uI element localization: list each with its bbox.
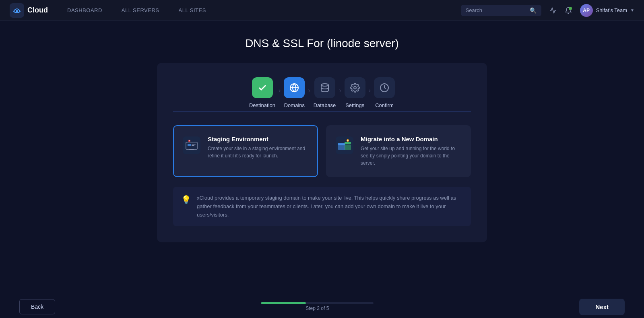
bottom-bar: Back Step 2 of 5 Next: [0, 295, 644, 318]
step-sep-4: ›: [365, 77, 374, 94]
svg-rect-10: [192, 144, 196, 145]
new-domain-title: Migrate into a New Domain: [361, 136, 462, 142]
step-destination[interactable]: Destination: [249, 77, 275, 108]
svg-rect-9: [188, 144, 191, 146]
svg-rect-16: [338, 143, 345, 145]
back-button[interactable]: Back: [19, 299, 55, 314]
step-sep-2: ›: [305, 77, 313, 94]
svg-rect-11: [192, 145, 194, 146]
step-database-icon: [314, 77, 335, 98]
step-destination-label: Destination: [249, 102, 275, 108]
main-content: DNS & SSL For (linode server) Destinatio…: [0, 21, 644, 242]
option-cards: Staging Environment Create your site in …: [173, 125, 471, 177]
new-domain-content: Migrate into a New Domain Get your site …: [361, 136, 462, 167]
svg-rect-15: [338, 145, 345, 150]
bell-icon[interactable]: [565, 7, 572, 14]
step-domains[interactable]: Domains: [284, 77, 305, 108]
svg-rect-7: [183, 136, 200, 154]
step-sep-3: ›: [336, 77, 344, 94]
step-destination-icon: [252, 77, 273, 98]
nav-all-sites[interactable]: ALL SITES: [179, 7, 206, 13]
svg-point-5: [354, 87, 356, 89]
logo-text: Cloud: [27, 6, 48, 14]
step-confirm-label: Confirm: [375, 102, 394, 108]
staging-content: Staging Environment Create your site in …: [208, 136, 309, 159]
nav-dashboard[interactable]: DASHBOARD: [67, 7, 102, 13]
step-settings[interactable]: Settings: [345, 77, 365, 108]
svg-rect-12: [189, 149, 194, 150]
user-name: Shifat's Team: [596, 7, 627, 13]
activity-icon[interactable]: [549, 7, 557, 14]
step-confirm[interactable]: Confirm: [374, 77, 395, 108]
avatar: AP: [580, 4, 593, 17]
staging-title: Staging Environment: [208, 136, 309, 142]
step-sep-1: ›: [275, 77, 284, 94]
chevron-down-icon: ▼: [630, 8, 634, 12]
new-domain-description: Get your site up and running for the wor…: [361, 145, 462, 167]
info-text: xCloud provides a temporary staging doma…: [197, 194, 463, 219]
bell-notification-dot: [569, 7, 572, 10]
step-domains-label: Domains: [284, 102, 305, 108]
user-menu[interactable]: AP Shifat's Team ▼: [580, 4, 634, 17]
option-staging[interactable]: Staging Environment Create your site in …: [173, 125, 318, 177]
step-confirm-icon: [374, 77, 395, 98]
wizard-card: Destination › Domains ›: [157, 63, 487, 242]
next-button[interactable]: Next: [579, 299, 625, 315]
svg-point-4: [321, 84, 328, 86]
step-settings-icon: [345, 77, 365, 98]
step-database[interactable]: Database: [314, 77, 336, 108]
page-title: DNS & SSL For (linode server): [245, 37, 399, 50]
nav-all-servers[interactable]: ALL SERVERS: [122, 7, 159, 13]
progress-bar-track: [261, 302, 374, 304]
search-input[interactable]: [466, 7, 526, 13]
step-database-label: Database: [314, 102, 336, 108]
svg-rect-18: [345, 145, 351, 150]
navbar-right: 🔍 AP Shifat's Team ▼: [461, 4, 634, 17]
step-settings-label: Settings: [345, 102, 364, 108]
staging-icon: [182, 136, 201, 155]
info-box: 💡 xCloud provides a temporary staging do…: [173, 187, 471, 226]
staging-description: Create your site in a staging environmen…: [208, 145, 309, 159]
search-icon: 🔍: [530, 7, 537, 14]
info-icon: 💡: [181, 195, 191, 204]
svg-rect-17: [345, 142, 351, 144]
wizard-steps: Destination › Domains ›: [173, 77, 471, 108]
search-box[interactable]: 🔍: [461, 5, 541, 16]
progress-bar-fill: [261, 302, 306, 304]
step-domains-icon: [284, 77, 305, 98]
option-new-domain[interactable]: Migrate into a New Domain Get your site …: [326, 125, 471, 177]
step-progress: Step 2 of 5: [261, 302, 374, 311]
new-domain-icon: [335, 136, 354, 155]
steps-underline: [173, 112, 471, 112]
svg-point-1: [16, 10, 18, 12]
navbar: Cloud DASHBOARD ALL SERVERS ALL SITES 🔍 …: [0, 0, 644, 21]
step-count-label: Step 2 of 5: [305, 306, 329, 311]
logo[interactable]: Cloud: [10, 3, 48, 18]
nav-links: DASHBOARD ALL SERVERS ALL SITES: [67, 7, 461, 13]
